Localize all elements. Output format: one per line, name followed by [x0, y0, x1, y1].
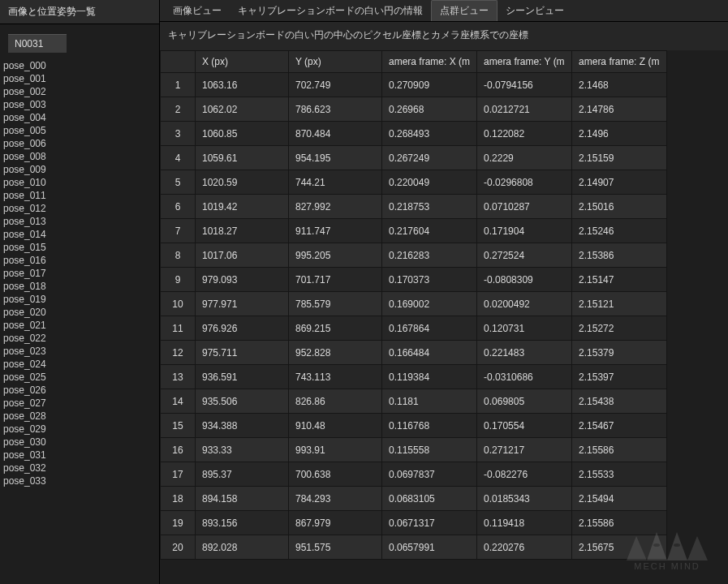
sidebar-item-pose[interactable]: pose_017: [0, 267, 159, 280]
cell-camera-y[interactable]: 0.2229: [477, 146, 572, 170]
cell-y-px[interactable]: 995.205: [289, 243, 382, 268]
cell-x-px[interactable]: 895.37: [196, 462, 289, 487]
sidebar-item-pose[interactable]: pose_004: [0, 111, 159, 124]
cell-camera-y[interactable]: 0.220276: [477, 535, 572, 560]
cell-camera-z[interactable]: 2.15494: [572, 487, 667, 511]
cell-camera-x[interactable]: 0.116768: [382, 414, 477, 438]
cell-camera-y[interactable]: 0.221483: [477, 341, 572, 365]
table-row[interactable]: 9979.093701.7170.170373-0.08083092.15147: [161, 268, 667, 292]
table-header-index[interactable]: [161, 51, 196, 73]
tab-item[interactable]: 画像ビュー: [165, 1, 230, 21]
table-wrap[interactable]: X (px) Y (px) amera frame: X (m amera fr…: [160, 50, 728, 584]
cell-index[interactable]: 20: [161, 535, 196, 560]
sidebar-item-pose[interactable]: pose_030: [0, 436, 159, 449]
table-row[interactable]: 21062.02786.6230.269680.02127212.14786: [161, 97, 667, 122]
cell-y-px[interactable]: 702.749: [289, 73, 382, 97]
cell-camera-z[interactable]: 2.15586: [572, 511, 667, 535]
cell-y-px[interactable]: 911.747: [289, 219, 382, 243]
cell-camera-z[interactable]: 2.15121: [572, 292, 667, 316]
cell-camera-x[interactable]: 0.166484: [382, 341, 477, 365]
cell-y-px[interactable]: 700.638: [289, 462, 382, 487]
cell-camera-y[interactable]: 0.0710287: [477, 195, 572, 219]
sidebar-item-pose[interactable]: pose_009: [0, 163, 159, 176]
cell-camera-y[interactable]: 0.271217: [477, 438, 572, 462]
sidebar-item-pose[interactable]: pose_018: [0, 280, 159, 293]
cell-camera-y[interactable]: 0.119418: [477, 511, 572, 535]
sidebar-item-pose[interactable]: pose_011: [0, 189, 159, 202]
cell-index[interactable]: 12: [161, 341, 196, 365]
cell-x-px[interactable]: 979.093: [196, 268, 289, 292]
cell-camera-x[interactable]: 0.26968: [382, 97, 477, 122]
cell-camera-y[interactable]: 0.069805: [477, 389, 572, 414]
cell-index[interactable]: 9: [161, 268, 196, 292]
table-row[interactable]: 41059.61954.1950.2672490.22292.15159: [161, 146, 667, 170]
table-row[interactable]: 20892.028951.5750.06579910.2202762.15675: [161, 535, 667, 560]
cell-camera-x[interactable]: 0.220049: [382, 170, 477, 195]
cell-index[interactable]: 8: [161, 243, 196, 268]
cell-camera-y[interactable]: 0.120731: [477, 316, 572, 341]
cell-camera-x[interactable]: 0.267249: [382, 146, 477, 170]
cell-index[interactable]: 4: [161, 146, 196, 170]
cell-camera-z[interactable]: 2.1468: [572, 73, 667, 97]
cell-camera-y[interactable]: -0.082276: [477, 462, 572, 487]
cell-camera-y[interactable]: 0.0212721: [477, 97, 572, 122]
cell-y-px[interactable]: 870.484: [289, 122, 382, 146]
cell-camera-x[interactable]: 0.0683105: [382, 487, 477, 511]
sidebar-item-pose[interactable]: pose_010: [0, 176, 159, 189]
sidebar-item-pose[interactable]: pose_008: [0, 150, 159, 163]
cell-index[interactable]: 6: [161, 195, 196, 219]
cell-x-px[interactable]: 933.33: [196, 438, 289, 462]
cell-camera-y[interactable]: 0.171904: [477, 219, 572, 243]
cell-index[interactable]: 15: [161, 414, 196, 438]
sidebar-item-pose[interactable]: pose_002: [0, 85, 159, 98]
cell-camera-y[interactable]: 0.122082: [477, 122, 572, 146]
cell-y-px[interactable]: 786.623: [289, 97, 382, 122]
sidebar-item-pose[interactable]: pose_019: [0, 293, 159, 306]
sidebar-item-pose[interactable]: pose_003: [0, 98, 159, 111]
cell-camera-z[interactable]: 2.15159: [572, 146, 667, 170]
cell-x-px[interactable]: 894.158: [196, 487, 289, 511]
table-row[interactable]: 11976.926869.2150.1678640.1207312.15272: [161, 316, 667, 341]
sidebar-item-pose[interactable]: pose_029: [0, 423, 159, 436]
cell-camera-y[interactable]: 0.170554: [477, 414, 572, 438]
cell-camera-z[interactable]: 2.15397: [572, 365, 667, 389]
table-header-y[interactable]: Y (px): [289, 51, 382, 73]
cell-camera-x[interactable]: 0.0697837: [382, 462, 477, 487]
cell-y-px[interactable]: 744.21: [289, 170, 382, 195]
cell-y-px[interactable]: 954.195: [289, 146, 382, 170]
sidebar-item-pose[interactable]: pose_028: [0, 410, 159, 423]
cell-x-px[interactable]: 1020.59: [196, 170, 289, 195]
sidebar-item-pose[interactable]: pose_024: [0, 358, 159, 371]
sidebar-item-pose[interactable]: pose_006: [0, 137, 159, 150]
cell-camera-x[interactable]: 0.217604: [382, 219, 477, 243]
cell-camera-z[interactable]: 2.15675: [572, 535, 667, 560]
table-row[interactable]: 19893.156867.9790.06713170.1194182.15586: [161, 511, 667, 535]
table-row[interactable]: 15934.388910.480.1167680.1705542.15467: [161, 414, 667, 438]
sidebar-item-pose[interactable]: pose_023: [0, 345, 159, 358]
cell-camera-y[interactable]: -0.0808309: [477, 268, 572, 292]
cell-x-px[interactable]: 1060.85: [196, 122, 289, 146]
cell-camera-z[interactable]: 2.15147: [572, 268, 667, 292]
cell-camera-y[interactable]: 0.272524: [477, 243, 572, 268]
sidebar-item-pose[interactable]: pose_033: [0, 474, 159, 487]
cell-index[interactable]: 19: [161, 511, 196, 535]
cell-index[interactable]: 18: [161, 487, 196, 511]
table-row[interactable]: 51020.59744.210.220049-0.02968082.14907: [161, 170, 667, 195]
cell-camera-x[interactable]: 0.0657991: [382, 535, 477, 560]
sidebar-item-pose[interactable]: pose_021: [0, 319, 159, 332]
cell-camera-x[interactable]: 0.0671317: [382, 511, 477, 535]
cell-x-px[interactable]: 892.028: [196, 535, 289, 560]
cell-camera-z[interactable]: 2.14907: [572, 170, 667, 195]
cell-camera-x[interactable]: 0.1181: [382, 389, 477, 414]
cell-y-px[interactable]: 827.992: [289, 195, 382, 219]
cell-x-px[interactable]: 935.506: [196, 389, 289, 414]
cell-y-px[interactable]: 867.979: [289, 511, 382, 535]
cell-y-px[interactable]: 910.48: [289, 414, 382, 438]
cell-camera-x[interactable]: 0.216283: [382, 243, 477, 268]
tab-item[interactable]: キャリブレーションボードの白い円の情報: [230, 1, 431, 21]
sidebar-item-pose[interactable]: pose_027: [0, 397, 159, 410]
cell-index[interactable]: 7: [161, 219, 196, 243]
cell-camera-z[interactable]: 2.15386: [572, 243, 667, 268]
cell-camera-x[interactable]: 0.119384: [382, 365, 477, 389]
cell-y-px[interactable]: 826.86: [289, 389, 382, 414]
